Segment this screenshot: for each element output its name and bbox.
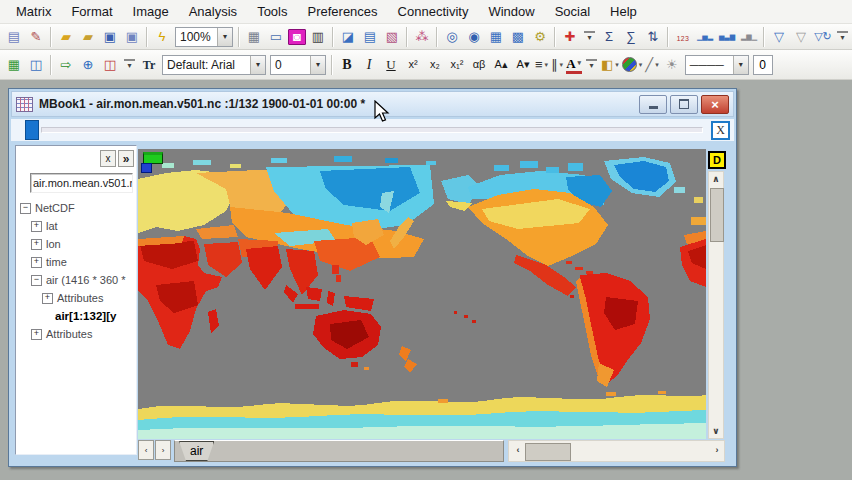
- font-select[interactable]: Default: Arial▾: [162, 55, 266, 75]
- vertical-scrollbar[interactable]: ∧ ∨: [708, 171, 724, 439]
- matrix-image-view[interactable]: [138, 149, 706, 439]
- dropdown-arrow-icon[interactable]: ▾: [310, 56, 325, 74]
- increase-font-icon[interactable]: A▴: [491, 55, 511, 75]
- merge-graph-icon[interactable]: ▧: [382, 27, 402, 47]
- expand-icon[interactable]: +: [31, 221, 42, 232]
- slider-close-button[interactable]: X: [711, 121, 730, 140]
- set-values-icon[interactable]: ₁₂₃: [673, 27, 693, 47]
- decrease-font-icon[interactable]: A▾: [513, 55, 533, 75]
- highlight-icon[interactable]: ☀: [662, 55, 682, 75]
- new-graph-icon[interactable]: ✎: [26, 27, 46, 47]
- data-filter-icon[interactable]: ▽: [769, 27, 789, 47]
- print-icon[interactable]: ▦: [244, 27, 264, 47]
- add-column-icon[interactable]: ✚: [560, 27, 580, 47]
- zoom-search-icon[interactable]: ◉: [464, 27, 484, 47]
- clone-import-icon[interactable]: ◫: [100, 55, 120, 75]
- dropdown-arrow-icon[interactable]: ▾: [250, 56, 265, 74]
- reapply-filter-icon[interactable]: ▽↻: [813, 27, 833, 47]
- horizontal-scroll-thumb[interactable]: [525, 443, 571, 461]
- scroll-up-arrow-icon[interactable]: ∧: [709, 172, 723, 186]
- save-icon[interactable]: ▣: [100, 27, 120, 47]
- histogram-icon[interactable]: ▅▃▆: [717, 27, 737, 47]
- scroll-left-arrow-icon[interactable]: ‹: [511, 443, 525, 457]
- sheet-prev-button[interactable]: ‹: [138, 440, 154, 460]
- sheet-next-button[interactable]: ›: [155, 440, 171, 460]
- menu-item-social[interactable]: Social: [545, 1, 600, 22]
- underline-icon[interactable]: U: [381, 55, 401, 75]
- italic-icon[interactable]: I: [359, 55, 379, 75]
- line-style-select[interactable]: ────▾: [685, 55, 749, 75]
- toolbar-overflow-button[interactable]: ▾: [586, 59, 597, 70]
- collapse-icon[interactable]: −: [20, 203, 31, 214]
- superscript-icon[interactable]: x²: [403, 55, 423, 75]
- fill-color-dropdown-icon[interactable]: ◧▾: [601, 55, 620, 75]
- horizontal-scrollbar[interactable]: ‹ ›: [508, 440, 725, 462]
- menu-item-format[interactable]: Format: [61, 1, 122, 22]
- tree-item-air-1416-360[interactable]: −air (1416 * 360 *: [16, 271, 136, 289]
- tree-item-attributes[interactable]: +Attributes: [16, 289, 136, 307]
- new-panel-graph-icon[interactable]: ▤: [360, 27, 380, 47]
- tree-item-lat[interactable]: +lat: [16, 217, 136, 235]
- report-sheet-icon[interactable]: ▩: [508, 27, 528, 47]
- minimize-button[interactable]: [639, 95, 667, 114]
- dropdown-arrow-icon[interactable]: ▾: [655, 61, 659, 68]
- statistics-on-columns-icon[interactable]: ▁▅▂: [695, 27, 715, 47]
- image-mode-icon[interactable]: ◙: [288, 29, 306, 45]
- sigma-column-icon[interactable]: Σ: [599, 27, 619, 47]
- video-builder-icon[interactable]: ▥: [308, 27, 328, 47]
- line-width-input[interactable]: 0: [753, 55, 773, 75]
- greek-icon[interactable]: αβ: [469, 55, 489, 75]
- menu-item-window[interactable]: Window: [478, 1, 544, 22]
- import-file-icon[interactable]: ⇨: [56, 55, 76, 75]
- dropdown-arrow-icon[interactable]: ▾: [560, 61, 564, 68]
- tree-item-netcdf[interactable]: −NetCDF: [16, 199, 136, 217]
- dropdown-arrow-icon[interactable]: ▾: [615, 61, 619, 68]
- tree-item-lon[interactable]: +lon: [16, 235, 136, 253]
- line-color-dropdown-icon[interactable]: ╱▾: [645, 55, 659, 75]
- tree-item-time[interactable]: +time: [16, 253, 136, 271]
- expand-icon[interactable]: +: [42, 293, 53, 304]
- duplicate-sheet-icon[interactable]: ◫: [26, 55, 46, 75]
- sort-icon[interactable]: ⇅: [643, 27, 663, 47]
- frame-slider-track[interactable]: [41, 127, 703, 133]
- menu-item-preferences[interactable]: Preferences: [297, 1, 387, 22]
- toolbar-overflow-button[interactable]: ▾: [837, 31, 848, 42]
- dropdown-arrow-icon[interactable]: ▾: [578, 60, 582, 67]
- bold-icon[interactable]: B: [337, 55, 357, 75]
- toolbar-overflow-button[interactable]: ▾: [584, 31, 595, 42]
- scroll-right-arrow-icon[interactable]: ›: [710, 443, 724, 457]
- save-template-icon[interactable]: ▣: [122, 27, 142, 47]
- menu-item-help[interactable]: Help: [600, 1, 647, 22]
- open-template-icon[interactable]: ▰: [78, 27, 98, 47]
- print-preview-icon[interactable]: ▭: [266, 27, 286, 47]
- tree-item-air-1-132-y[interactable]: air[1:132][y: [16, 307, 136, 325]
- font-tool-icon[interactable]: Tr: [139, 55, 159, 75]
- vertical-text-dropdown-icon[interactable]: ∥▾: [551, 55, 564, 75]
- menu-item-analysis[interactable]: Analysis: [179, 1, 247, 22]
- window-title-bar[interactable]: MBook1 - air.mon.mean.v501.nc :1/132 190…: [11, 91, 734, 117]
- super-subscript-icon[interactable]: x₁²: [447, 55, 467, 75]
- font-color-dropdown-icon[interactable]: A▾: [566, 56, 582, 74]
- align-dropdown-icon[interactable]: ≡▾: [535, 55, 549, 75]
- data-mode-button[interactable]: D: [708, 151, 726, 169]
- menu-item-tools[interactable]: Tools: [247, 1, 297, 22]
- frame-slider-thumb[interactable]: [25, 120, 39, 140]
- dropdown-arrow-icon[interactable]: ▾: [217, 28, 232, 46]
- scroll-down-arrow-icon[interactable]: ∨: [709, 424, 723, 438]
- add-sheet-icon[interactable]: ▦: [4, 55, 24, 75]
- new-2d-graph-icon[interactable]: ◪: [338, 27, 358, 47]
- data-connector-icon[interactable]: [141, 152, 165, 174]
- web-connector-icon[interactable]: ⊕: [78, 55, 98, 75]
- tree-item-attributes[interactable]: +Attributes: [16, 325, 136, 343]
- open-icon[interactable]: ▰: [56, 27, 76, 47]
- netcdf-file-item[interactable]: air.mon.mean.v501.nc: [30, 173, 133, 193]
- dropdown-arrow-icon[interactable]: ▾: [545, 61, 549, 68]
- new-workbook-icon[interactable]: ▤: [4, 27, 24, 47]
- expand-icon[interactable]: +: [31, 257, 42, 268]
- expand-icon[interactable]: +: [31, 239, 42, 250]
- remove-filter-icon[interactable]: ▽: [791, 27, 811, 47]
- menu-item-connectivity[interactable]: Connectivity: [388, 1, 479, 22]
- panel-close-button[interactable]: x: [100, 150, 116, 167]
- new-worksheet-icon[interactable]: ▦: [486, 27, 506, 47]
- menu-item-image[interactable]: Image: [123, 1, 179, 22]
